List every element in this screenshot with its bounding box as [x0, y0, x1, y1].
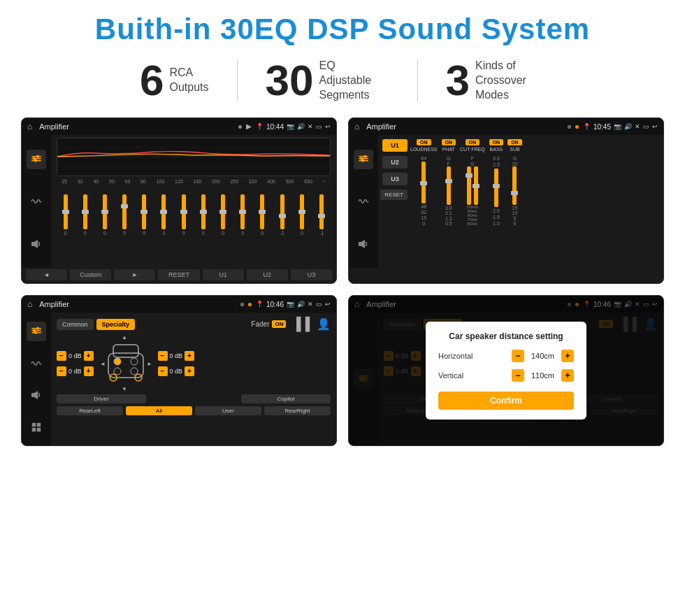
screen-fader: ⌂ Amplifier 📍 10:46 📷 🔊 ✕ ▭ ↩	[21, 295, 337, 446]
eq-slider-8[interactable]: 0	[221, 194, 225, 236]
ch-slider-sub[interactable]: G 20 15 10 5 0	[512, 153, 518, 264]
plus-rl[interactable]: +	[84, 366, 94, 376]
svg-rect-17	[359, 242, 361, 246]
home-icon-2[interactable]: ⌂	[354, 122, 359, 131]
fader-wave-icon[interactable]	[27, 354, 46, 373]
back-icon-2[interactable]: ↩	[652, 123, 658, 130]
btn-all-3[interactable]: All	[126, 406, 192, 415]
eq-reset-btn[interactable]: RESET	[158, 269, 199, 280]
fader-sliders-icon: ▐▐	[291, 317, 310, 331]
fader-on-badge[interactable]: ON	[272, 320, 286, 328]
minus-fl[interactable]: −	[57, 351, 66, 361]
eq-slider-12[interactable]: 0	[300, 194, 304, 236]
ch-label-cutfreq: CUT FREQ	[460, 147, 485, 152]
svg-point-37	[114, 368, 121, 375]
eq-slider-9[interactable]: 0	[240, 194, 245, 236]
eq-prev-btn[interactable]: ◄	[26, 269, 67, 280]
svg-point-24	[34, 331, 37, 334]
svg-point-4	[36, 155, 39, 157]
plus-fl[interactable]: +	[84, 351, 94, 361]
horizontal-minus[interactable]: −	[512, 350, 524, 362]
home-icon-1[interactable]: ⌂	[27, 122, 32, 131]
db-control-rl: − 0 dB +	[57, 366, 94, 376]
btn-rearright-3[interactable]: RearRight	[264, 406, 331, 415]
eq-wave-icon[interactable]	[27, 192, 46, 211]
eq-play-btn[interactable]: ►	[114, 269, 155, 280]
eq-slider-7[interactable]: 0	[201, 194, 206, 236]
eq-slider-13[interactable]: -1	[319, 194, 324, 236]
ch-toggle-sub[interactable]: ON	[507, 139, 522, 145]
eq-slider-3[interactable]: 5	[122, 194, 127, 236]
ch-toggle-phat[interactable]: ON	[442, 139, 456, 145]
tab-common-3[interactable]: Common	[57, 319, 94, 330]
ch-toggle-loudness[interactable]: ON	[417, 139, 431, 145]
ch-slider-bass[interactable]: 3.0 2.5 2.0 1.5 1.0	[493, 153, 500, 264]
stat-eq: 30 EQ Adjustable Segments	[238, 59, 417, 102]
fader-speaker-icon[interactable]	[27, 385, 46, 405]
ch-phat: ON PHAT G F 3.0 2.1 1.3 0.5	[442, 139, 456, 264]
fader-grid-icon[interactable]	[27, 417, 46, 437]
preset-u2[interactable]: U2	[382, 156, 408, 169]
fader-tune-icon[interactable]	[27, 322, 46, 341]
btn-user-3[interactable]: User	[195, 406, 261, 415]
eq-slider-1[interactable]: 0	[83, 194, 87, 236]
plus-fr[interactable]: +	[185, 351, 194, 361]
eq-slider-6[interactable]: 0	[182, 194, 186, 236]
eq-sliders: 0 0 0 5	[57, 187, 331, 236]
eq-tune-icon[interactable]	[27, 150, 46, 169]
vertical-plus[interactable]: +	[561, 369, 574, 382]
ch-slider-phat[interactable]: G F 3.0 2.1 1.3 0.5	[445, 153, 452, 264]
btn-rearleft-3[interactable]: RearLeft	[57, 406, 123, 415]
status-time-3: 10:46	[266, 301, 284, 308]
preset-u1[interactable]: U1	[382, 139, 408, 152]
eq-slider-0[interactable]: 0	[64, 194, 68, 236]
preset-u3[interactable]: U3	[382, 173, 408, 185]
crossover-main: U1 U2 U3 RESET ON LOUDNESS	[378, 135, 663, 268]
eq-u2-btn[interactable]: U2	[247, 269, 288, 280]
eq-slider-11[interactable]: -1	[280, 194, 284, 236]
x-icon-2: ✕	[635, 123, 640, 130]
svg-marker-26	[34, 391, 38, 399]
eq-slider-10[interactable]: 0	[260, 194, 264, 236]
eq-slider-5[interactable]: 0	[161, 194, 166, 236]
svg-marker-7	[34, 240, 38, 248]
confirm-button[interactable]: Confirm	[438, 392, 574, 410]
plus-rr[interactable]: +	[185, 366, 194, 376]
fader-person-icon[interactable]: 👤	[317, 317, 331, 331]
back-icon-1[interactable]: ↩	[325, 123, 331, 130]
home-icon-3[interactable]: ⌂	[27, 299, 32, 309]
screen-crossover: ⌂ Amplifier 📍 10:45 📷 🔊 ✕ ▭ ↩	[348, 117, 664, 284]
xover-speaker-icon[interactable]	[354, 234, 373, 254]
eq-slider-4[interactable]: 0	[142, 194, 146, 236]
minus-rr[interactable]: −	[158, 366, 168, 376]
back-icon-3[interactable]: ↩	[325, 301, 331, 308]
ch-toggle-cutfreq[interactable]: ON	[466, 139, 480, 145]
ch-slider-cutfreq[interactable]: F G 100Hz 90Hz 80Hz 70Hz	[466, 153, 478, 264]
stat-rca: 6 RCA Outputs	[112, 59, 237, 102]
horizontal-plus[interactable]: +	[561, 350, 574, 362]
stat-number-rca: 6	[140, 59, 164, 102]
eq-slider-2[interactable]: 0	[103, 194, 107, 236]
vertical-minus[interactable]: −	[512, 369, 524, 382]
ch-toggle-bass[interactable]: ON	[489, 139, 504, 145]
eq-u1-btn[interactable]: U1	[203, 269, 244, 280]
minus-rl[interactable]: −	[57, 366, 66, 376]
tab-specialty-3[interactable]: Specialty	[96, 319, 136, 330]
ch-loudness: ON LOUDNESS 64 48 32 16 0	[410, 139, 438, 264]
btn-driver-3[interactable]: Driver	[57, 394, 146, 403]
xover-tune-icon[interactable]	[354, 150, 373, 169]
btn-copilot-3[interactable]: Copilot	[241, 394, 331, 403]
eq-custom-btn[interactable]: Custom	[70, 269, 111, 280]
minus-fr[interactable]: −	[158, 351, 168, 361]
dialog-overlay: Car speaker distance setting Horizontal …	[349, 296, 663, 445]
status-icons-3: 📍 10:46 📷 🔊 ✕ ▭ ↩	[256, 301, 331, 308]
volume-icon-3: 🔊	[297, 301, 305, 308]
db-control-fl: − 0 dB +	[57, 351, 94, 361]
eq-u3-btn[interactable]: U3	[291, 269, 332, 280]
ch-label-loudness: LOUDNESS	[410, 147, 438, 152]
camera-icon-3: 📷	[287, 301, 294, 308]
xover-wave-icon[interactable]	[354, 192, 373, 211]
eq-speaker-icon[interactable]	[27, 234, 46, 254]
xover-reset-btn[interactable]: RESET	[380, 189, 408, 200]
ch-slider-loudness[interactable]: 64 48 32 16 0	[421, 153, 426, 264]
